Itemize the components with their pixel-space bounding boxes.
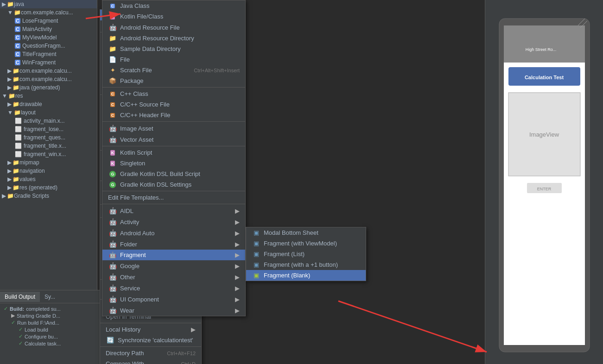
tree-item-com2[interactable]: ▶ 📁 com.example.calcu... <box>0 67 97 75</box>
menu-item-dir-path[interactable]: Directory Path Ctrl+Alt+F12 <box>100 348 201 358</box>
check-icon-3: ✓ <box>19 326 23 333</box>
menu-item-android-res-file[interactable]: 🤖 Android Resource File <box>102 22 245 33</box>
separator-10 <box>100 346 201 347</box>
tree-item-main-activity[interactable]: C MainActivity <box>0 25 97 33</box>
sep-new-5 <box>102 204 245 204</box>
google-arrow: ▶ <box>235 263 240 270</box>
menu-item-edit-templates[interactable]: Edit File Templates... <box>102 192 245 203</box>
tab-build-output[interactable]: Build Output <box>0 292 40 302</box>
separator-9 <box>100 323 201 323</box>
menu-item-kotlin-class[interactable]: K Kotlin File/Class <box>102 11 245 22</box>
tree-item-fragment-win[interactable]: ⬜ fragment_win.x... <box>0 150 97 158</box>
svg-text:Calculation Test: Calculation Test <box>525 75 564 80</box>
svg-text:High Street Ro...: High Street Ro... <box>526 47 557 52</box>
tree-item-fragment-ques[interactable]: ⬜ fragment_ques... <box>0 133 97 142</box>
check-icon: ✓ <box>4 306 8 312</box>
wear-arrow: ▶ <box>235 307 240 314</box>
menu-item-cpp-class[interactable]: C C++ Class <box>102 88 245 99</box>
sep-new-2 <box>102 121 245 122</box>
tree-item-fragment-lose[interactable]: ⬜ fragment_lose... <box>0 125 97 133</box>
sep-new-1 <box>102 87 245 88</box>
tree-item-values[interactable]: ▶ 📁 values <box>0 175 97 183</box>
tree-item-win-fragment[interactable]: C WinFragment <box>0 58 97 67</box>
menu-item-image-asset[interactable]: 🤖 Image Asset <box>102 123 245 134</box>
menu-item-other[interactable]: 🤖 Other ▶ <box>102 271 245 282</box>
folder-arrow: ▶ <box>235 241 240 248</box>
menu-item-modal-bottom-sheet[interactable]: ▣ Modal Bottom Sheet <box>246 227 366 238</box>
menu-item-compare[interactable]: Compare With... Ctrl+D <box>100 358 201 364</box>
menu-item-android-auto[interactable]: 🤖 Android Auto ▶ <box>102 227 245 238</box>
android-auto-arrow: ▶ <box>235 230 240 237</box>
menu-item-singleton[interactable]: K Singleton <box>102 158 245 169</box>
svg-text:ENTER: ENTER <box>537 187 552 191</box>
tree-item-java-generated[interactable]: ▶ 📁 java (generated) <box>0 83 97 92</box>
submenu-new: C Java Class K Kotlin File/Class 🤖 Andro… <box>102 0 246 316</box>
sep-new-3 <box>102 146 245 146</box>
menu-item-fragment[interactable]: 🤖 Fragment ▶ <box>102 250 245 260</box>
check-icon-4: ✓ <box>19 333 23 339</box>
tree-item-activity-main[interactable]: ⬜ activity_main.x... <box>0 117 97 125</box>
svg-text:ImageView: ImageView <box>529 131 559 138</box>
menu-item-sync[interactable]: 🔄 Synchronize 'calculationtest' <box>100 335 201 345</box>
tree-item-res[interactable]: ▼ 📁 res <box>0 92 97 100</box>
tree-item-com3[interactable]: ▶ 📁 com.example.calcu... <box>0 75 97 83</box>
sep-new-4 <box>102 191 245 191</box>
menu-item-package[interactable]: 📦 Package <box>102 75 245 86</box>
check-icon-2: ✓ <box>11 320 15 326</box>
tree-item-title-fragment[interactable]: C TitleFragment <box>0 50 97 58</box>
ui-arrow: ▶ <box>235 296 240 303</box>
menu-item-aidl[interactable]: 🤖 AIDL ▶ <box>102 205 245 216</box>
tree-item-navigation[interactable]: ▶ 📁 navigation <box>0 167 97 175</box>
tree-item-res-generated[interactable]: ▶ 📁 res (generated) <box>0 183 97 192</box>
check-icon-5: ✓ <box>19 340 23 346</box>
menu-item-sample-data-dir[interactable]: 📁 Sample Data Directory <box>102 44 245 54</box>
tree-item-my-viewmodel[interactable]: C MyViewModel <box>0 33 97 42</box>
menu-item-gradle-settings[interactable]: G Gradle Kotlin DSL Settings <box>102 179 245 190</box>
menu-item-vector-asset[interactable]: 🤖 Vector Asset <box>102 134 245 145</box>
tree-item-mipmap[interactable]: ▶ 📁 mipmap <box>0 158 97 167</box>
menu-item-fragment-viewmodel[interactable]: ▣ Fragment (with ViewModel) <box>246 238 366 249</box>
tree-item-question-frag[interactable]: C QuestionFragm... <box>0 42 97 50</box>
menu-item-scratch-file[interactable]: ✦ Scratch File Ctrl+Alt+Shift+Insert <box>102 65 245 75</box>
menu-item-activity[interactable]: 🤖 Activity ▶ <box>102 216 245 227</box>
menu-item-folder[interactable]: 🤖 Folder ▶ <box>102 238 245 250</box>
menu-item-local-history[interactable]: Local History ▶ <box>100 324 201 335</box>
menu-item-android-res-dir[interactable]: 📁 Android Resource Directory <box>102 33 245 44</box>
fragment-arrow: ▶ <box>235 251 240 258</box>
menu-item-ui-component[interactable]: 🤖 UI Component ▶ <box>102 294 245 305</box>
menu-item-cpp-header[interactable]: C C/C++ Header File <box>102 110 245 120</box>
tab-sync[interactable]: Sy... <box>40 292 60 302</box>
local-history-arrow: ▶ <box>191 326 196 333</box>
menu-item-cpp-source[interactable]: C C/C++ Source File <box>102 99 245 110</box>
tree-item-java[interactable]: ▶ 📁 java <box>0 0 97 8</box>
menu-item-google[interactable]: 🤖 Google ▶ <box>102 260 245 271</box>
service-arrow: ▶ <box>235 285 240 292</box>
tree-item-gradle-scripts[interactable]: ▶ 📁 Gradle Scripts <box>0 192 97 200</box>
menu-item-gradle-build[interactable]: G Gradle Kotlin DSL Build Script <box>102 169 245 179</box>
menu-item-fragment-blank[interactable]: ▣ Fragment (Blank) <box>246 270 366 281</box>
tree-item-layout[interactable]: ▼ 📁 layout <box>0 108 97 117</box>
menu-item-file[interactable]: 📄 File <box>102 54 245 65</box>
menu-item-fragment-list[interactable]: ▣ Fragment (List) <box>246 249 366 259</box>
svg-rect-1 <box>485 0 603 14</box>
tree-item-com-example[interactable]: ▼ 📁 com.example.calcu... <box>0 8 97 17</box>
svg-rect-4 <box>504 25 585 63</box>
tree-item-drawable[interactable]: ▶ 📁 drawable <box>0 100 97 108</box>
menu-item-wear[interactable]: 🤖 Wear ▶ <box>102 305 245 316</box>
aidl-arrow: ▶ <box>235 207 240 214</box>
menu-item-java-class[interactable]: C Java Class <box>102 0 245 11</box>
activity-arrow: ▶ <box>235 219 240 226</box>
tree-item-lose-fragment[interactable]: C LoseFragment <box>0 17 97 25</box>
tree-item-fragment-title[interactable]: ⬜ fragment_title.x... <box>0 142 97 150</box>
submenu-fragment: ▣ Modal Bottom Sheet ▣ Fragment (with Vi… <box>246 227 366 281</box>
other-arrow: ▶ <box>235 274 240 281</box>
menu-item-fragment-plus1[interactable]: ▣ Fragment (with a +1 button) <box>246 259 366 270</box>
menu-item-kotlin-script[interactable]: K Kotlin Script <box>102 147 245 158</box>
preview-panel: High Street Ro... Calculation Test Image… <box>485 0 603 364</box>
menu-item-service[interactable]: 🤖 Service ▶ <box>102 282 245 294</box>
